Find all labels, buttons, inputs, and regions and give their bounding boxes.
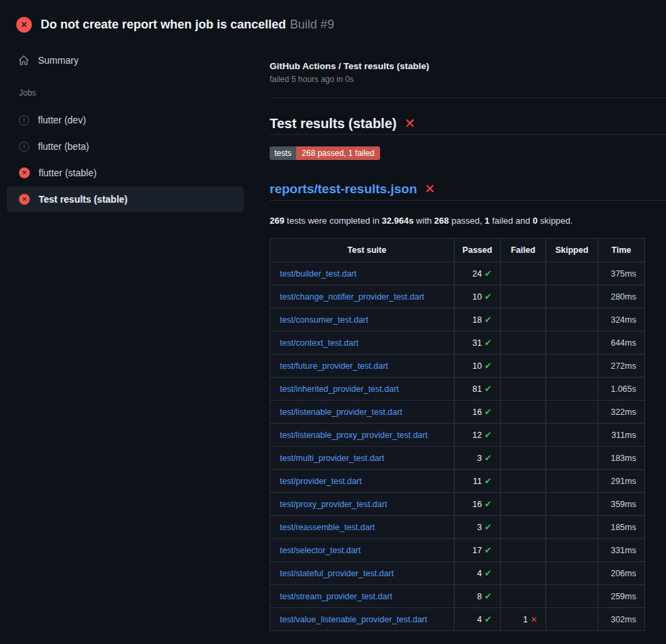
test-suite-link[interactable]: test/value_listenable_provider_test.dart [280, 615, 428, 624]
cell-time: 302ms [598, 608, 645, 631]
check-icon: ✔ [484, 453, 492, 463]
check-icon: ✔ [484, 338, 492, 348]
test-suite-link[interactable]: test/inherited_provider_test.dart [280, 384, 399, 394]
cell-passed: 31✔ [455, 331, 501, 355]
cell-failed [501, 470, 546, 493]
sidebar-item-summary[interactable]: Summary [18, 55, 251, 66]
test-suite-link[interactable]: test/listenable_proxy_provider_test.dart [280, 430, 428, 440]
cell-failed [501, 585, 546, 608]
failed-status-icon: ✕ [19, 194, 30, 205]
test-suite-link[interactable]: test/consumer_test.dart [280, 315, 369, 325]
cell-test-suite: test/listenable_provider_test.dart [270, 401, 455, 424]
check-icon: ✔ [484, 291, 492, 302]
breadcrumb: GitHub Actions / Test results (stable) [270, 61, 666, 71]
cell-time: 375ms [598, 262, 645, 285]
cell-failed [501, 539, 546, 562]
sidebar-item-job-3[interactable]: ✕Test results (stable) [7, 186, 244, 212]
count-value: 10 [472, 292, 482, 302]
check-icon: ✔ [484, 315, 492, 325]
cell-passed: 81✔ [455, 378, 501, 401]
cell-time: 311ms [598, 424, 645, 447]
count-value: 24 [472, 269, 482, 279]
cell-skipped [546, 608, 598, 631]
check-icon: ✔ [484, 361, 492, 371]
test-suite-link[interactable]: test/provider_test.dart [280, 477, 362, 486]
cell-time: 183ms [598, 447, 645, 470]
test-suite-link[interactable]: test/multi_provider_test.dart [280, 454, 384, 463]
count-value: 1 [523, 615, 528, 624]
test-suite-link[interactable]: test/stream_provider_test.dart [280, 592, 392, 601]
check-icon: ✔ [484, 407, 492, 417]
header-divider [270, 98, 666, 98]
cell-time: 280ms [598, 285, 645, 308]
test-suite-link[interactable]: test/stateful_provider_test.dart [280, 569, 394, 578]
cell-time: 272ms [598, 355, 645, 378]
job-label: flutter (dev) [38, 115, 86, 125]
count-value: 3 [477, 523, 482, 532]
check-icon: ✔ [484, 476, 492, 486]
check-icon: ✔ [484, 430, 492, 440]
cell-test-suite: test/value_listenable_provider_test.dart [270, 608, 455, 631]
summary-segment: failed and [490, 216, 533, 226]
cell-failed [501, 401, 546, 424]
count-value: 31 [472, 338, 482, 348]
job-label: flutter (stable) [39, 167, 97, 178]
cell-skipped [546, 585, 598, 608]
cell-time: 331ms [598, 539, 645, 562]
status-line: failed 5 hours ago in 0s [270, 75, 666, 84]
cell-skipped [546, 401, 598, 424]
summary-segment: tests were completed in [285, 216, 382, 226]
check-icon: ✔ [484, 268, 492, 279]
test-suite-link[interactable]: test/builder_test.dart [280, 269, 356, 279]
table-row: test/listenable_provider_test.dart16✔322… [270, 401, 645, 424]
cell-failed [501, 493, 546, 516]
test-suite-link[interactable]: test/proxy_provider_test.dart [280, 500, 387, 509]
table-row: test/multi_provider_test.dart3✔183ms [270, 447, 645, 470]
count-value: 3 [477, 454, 482, 463]
cell-test-suite: test/builder_test.dart [270, 262, 455, 285]
cancelled-status-icon: ! [19, 142, 29, 152]
cell-test-suite: test/change_notifier_provider_test.dart [270, 285, 455, 308]
test-suite-link[interactable]: test/context_test.dart [280, 338, 358, 348]
cell-failed [501, 331, 546, 355]
cell-time: 185ms [598, 516, 645, 539]
cell-passed: 4✔ [455, 608, 501, 631]
cell-failed [501, 516, 546, 539]
cell-skipped [546, 262, 598, 285]
cell-skipped [546, 516, 598, 539]
table-row: test/selector_test.dart17✔331ms [270, 539, 645, 562]
cell-passed: 16✔ [455, 493, 501, 516]
report-link[interactable]: reports/test-results.json [270, 182, 417, 196]
sidebar-item-job-2[interactable]: ✕flutter (stable) [7, 160, 244, 186]
cell-skipped [546, 308, 598, 331]
cell-passed: 3✔ [455, 516, 501, 539]
check-icon: ✔ [484, 384, 492, 394]
cell-failed [501, 378, 546, 401]
check-icon: ✔ [484, 499, 492, 509]
cell-passed: 11✔ [455, 470, 501, 493]
cell-passed: 17✔ [455, 539, 501, 562]
cell-time: 644ms [598, 331, 645, 355]
sidebar-item-job-1[interactable]: !flutter (beta) [7, 134, 244, 159]
test-suite-link[interactable]: test/future_provider_test.dart [280, 361, 388, 371]
test-suite-link[interactable]: test/change_notifier_provider_test.dart [280, 292, 424, 302]
table-row: test/builder_test.dart24✔375ms [270, 262, 645, 285]
count-value: 8 [477, 592, 482, 601]
cell-failed [501, 285, 546, 308]
cell-test-suite: test/future_provider_test.dart [270, 355, 455, 378]
test-suite-link[interactable]: test/listenable_provider_test.dart [280, 407, 402, 417]
cell-passed: 10✔ [455, 285, 501, 308]
cell-passed: 18✔ [455, 308, 501, 331]
table-row: test/value_listenable_provider_test.dart… [270, 608, 645, 631]
count-value: 10 [472, 361, 482, 371]
check-icon: ✔ [484, 591, 492, 601]
test-suite-link[interactable]: test/selector_test.dart [280, 546, 361, 555]
table-row: test/provider_test.dart11✔291ms [270, 470, 645, 493]
cross-icon: ✕ [530, 615, 537, 624]
test-suite-link[interactable]: test/reassemble_test.dart [280, 523, 375, 532]
table-row: test/change_notifier_provider_test.dart1… [270, 285, 645, 308]
cell-test-suite: test/stream_provider_test.dart [270, 585, 455, 608]
sidebar-item-job-0[interactable]: !flutter (dev) [7, 107, 244, 133]
cell-passed: 3✔ [455, 447, 501, 470]
cell-test-suite: test/stateful_provider_test.dart [270, 562, 455, 585]
